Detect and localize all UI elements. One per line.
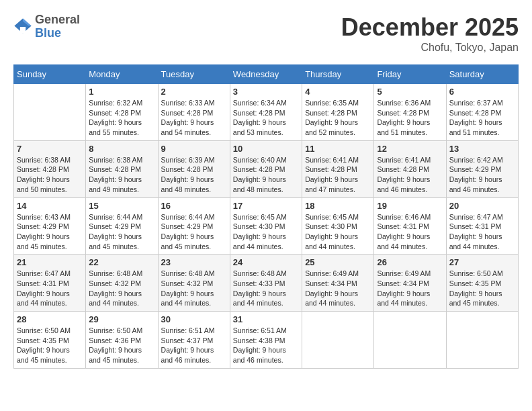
logo: General Blue	[13, 13, 80, 40]
calendar-header-row: SundayMondayTuesdayWednesdayThursdayFrid…	[14, 65, 519, 84]
title-block: December 2025 Chofu, Tokyo, Japan	[341, 13, 519, 54]
calendar-day-cell: 18Sunrise: 6:45 AM Sunset: 4:30 PM Dayli…	[302, 197, 374, 255]
day-info: Sunrise: 6:34 AM Sunset: 4:28 PM Dayligh…	[233, 98, 299, 138]
weekday-header: Saturday	[446, 65, 518, 84]
day-info: Sunrise: 6:41 AM Sunset: 4:28 PM Dayligh…	[305, 155, 371, 195]
calendar-day-cell: 11Sunrise: 6:41 AM Sunset: 4:28 PM Dayli…	[302, 140, 374, 197]
day-number: 19	[377, 201, 443, 211]
calendar-day-cell: 10Sunrise: 6:40 AM Sunset: 4:28 PM Dayli…	[230, 140, 302, 197]
calendar-day-cell: 27Sunrise: 6:50 AM Sunset: 4:35 PM Dayli…	[446, 255, 518, 312]
calendar-day-cell: 14Sunrise: 6:43 AM Sunset: 4:29 PM Dayli…	[14, 197, 86, 255]
logo-general: General	[35, 13, 80, 27]
calendar-day-cell: 22Sunrise: 6:48 AM Sunset: 4:32 PM Dayli…	[86, 255, 158, 312]
calendar-day-cell: 17Sunrise: 6:45 AM Sunset: 4:30 PM Dayli…	[230, 197, 302, 255]
day-number: 9	[161, 144, 227, 154]
day-info: Sunrise: 6:51 AM Sunset: 4:37 PM Dayligh…	[161, 326, 227, 365]
day-info: Sunrise: 6:49 AM Sunset: 4:34 PM Dayligh…	[305, 269, 371, 308]
day-info: Sunrise: 6:37 AM Sunset: 4:28 PM Dayligh…	[449, 98, 515, 138]
day-number: 10	[233, 144, 299, 154]
day-number: 30	[161, 314, 227, 324]
day-number: 20	[449, 201, 515, 211]
day-info: Sunrise: 6:45 AM Sunset: 4:30 PM Dayligh…	[233, 212, 299, 252]
day-number: 13	[449, 144, 515, 154]
calendar-day-cell: 25Sunrise: 6:49 AM Sunset: 4:34 PM Dayli…	[302, 255, 374, 312]
calendar-day-cell: 21Sunrise: 6:47 AM Sunset: 4:31 PM Dayli…	[14, 255, 86, 312]
calendar-day-cell: 23Sunrise: 6:48 AM Sunset: 4:32 PM Dayli…	[158, 255, 230, 312]
calendar-day-cell: 24Sunrise: 6:48 AM Sunset: 4:33 PM Dayli…	[230, 255, 302, 312]
weekday-header: Monday	[86, 65, 158, 84]
day-info: Sunrise: 6:38 AM Sunset: 4:28 PM Dayligh…	[17, 155, 83, 195]
calendar-day-cell: 4Sunrise: 6:35 AM Sunset: 4:28 PM Daylig…	[302, 84, 374, 141]
day-info: Sunrise: 6:48 AM Sunset: 4:32 PM Dayligh…	[89, 269, 154, 308]
calendar-day-cell: 12Sunrise: 6:41 AM Sunset: 4:28 PM Dayli…	[374, 140, 446, 197]
day-number: 29	[89, 314, 154, 324]
day-number: 7	[17, 144, 83, 154]
weekday-header: Tuesday	[158, 65, 230, 84]
day-number: 8	[89, 144, 154, 154]
calendar-day-cell: 5Sunrise: 6:36 AM Sunset: 4:28 PM Daylig…	[374, 84, 446, 141]
day-number: 16	[161, 201, 227, 211]
day-info: Sunrise: 6:39 AM Sunset: 4:28 PM Dayligh…	[161, 155, 227, 195]
calendar-day-cell: 6Sunrise: 6:37 AM Sunset: 4:28 PM Daylig…	[446, 84, 518, 141]
day-info: Sunrise: 6:36 AM Sunset: 4:28 PM Dayligh…	[377, 98, 443, 138]
day-number: 31	[233, 314, 299, 324]
day-number: 28	[17, 314, 83, 324]
day-info: Sunrise: 6:44 AM Sunset: 4:29 PM Dayligh…	[161, 212, 227, 252]
day-number: 22	[89, 257, 154, 267]
calendar-day-cell: 13Sunrise: 6:42 AM Sunset: 4:29 PM Dayli…	[446, 140, 518, 197]
day-number: 4	[305, 87, 371, 97]
calendar-week-row: 7Sunrise: 6:38 AM Sunset: 4:28 PM Daylig…	[14, 140, 519, 197]
page-header: General Blue December 2025 Chofu, Tokyo,…	[13, 13, 519, 54]
logo-icon	[13, 17, 32, 36]
calendar-day-cell: 8Sunrise: 6:38 AM Sunset: 4:28 PM Daylig…	[86, 140, 158, 197]
day-info: Sunrise: 6:48 AM Sunset: 4:33 PM Dayligh…	[233, 269, 299, 308]
calendar-week-row: 28Sunrise: 6:50 AM Sunset: 4:35 PM Dayli…	[14, 312, 519, 369]
day-info: Sunrise: 6:33 AM Sunset: 4:28 PM Dayligh…	[161, 98, 227, 138]
calendar-week-row: 21Sunrise: 6:47 AM Sunset: 4:31 PM Dayli…	[14, 255, 519, 312]
calendar-week-row: 1Sunrise: 6:32 AM Sunset: 4:28 PM Daylig…	[14, 84, 519, 141]
calendar-day-cell: 1Sunrise: 6:32 AM Sunset: 4:28 PM Daylig…	[86, 84, 158, 141]
day-number: 21	[17, 257, 83, 267]
month-title: December 2025	[341, 13, 519, 42]
day-number: 6	[449, 87, 515, 97]
weekday-header: Friday	[374, 65, 446, 84]
day-info: Sunrise: 6:42 AM Sunset: 4:29 PM Dayligh…	[449, 155, 515, 195]
day-info: Sunrise: 6:50 AM Sunset: 4:35 PM Dayligh…	[449, 269, 515, 308]
day-info: Sunrise: 6:46 AM Sunset: 4:31 PM Dayligh…	[377, 212, 443, 252]
svg-rect-2	[20, 27, 26, 34]
day-info: Sunrise: 6:49 AM Sunset: 4:34 PM Dayligh…	[377, 269, 443, 308]
calendar-day-cell: 20Sunrise: 6:47 AM Sunset: 4:31 PM Dayli…	[446, 197, 518, 255]
calendar-day-cell: 30Sunrise: 6:51 AM Sunset: 4:37 PM Dayli…	[158, 312, 230, 369]
calendar-day-cell: 16Sunrise: 6:44 AM Sunset: 4:29 PM Dayli…	[158, 197, 230, 255]
day-info: Sunrise: 6:44 AM Sunset: 4:29 PM Dayligh…	[89, 212, 154, 252]
logo-blue: Blue	[35, 27, 80, 40]
weekday-header: Sunday	[14, 65, 86, 84]
day-info: Sunrise: 6:47 AM Sunset: 4:31 PM Dayligh…	[449, 212, 515, 252]
calendar-day-cell: 15Sunrise: 6:44 AM Sunset: 4:29 PM Dayli…	[86, 197, 158, 255]
day-info: Sunrise: 6:38 AM Sunset: 4:28 PM Dayligh…	[89, 155, 154, 195]
day-info: Sunrise: 6:50 AM Sunset: 4:35 PM Dayligh…	[17, 326, 83, 365]
day-info: Sunrise: 6:43 AM Sunset: 4:29 PM Dayligh…	[17, 212, 83, 252]
day-info: Sunrise: 6:50 AM Sunset: 4:36 PM Dayligh…	[89, 326, 154, 365]
logo-text: General Blue	[35, 13, 80, 40]
calendar-day-cell: 29Sunrise: 6:50 AM Sunset: 4:36 PM Dayli…	[86, 312, 158, 369]
day-number: 17	[233, 201, 299, 211]
calendar-day-cell	[14, 84, 86, 141]
calendar-day-cell: 26Sunrise: 6:49 AM Sunset: 4:34 PM Dayli…	[374, 255, 446, 312]
calendar-day-cell: 28Sunrise: 6:50 AM Sunset: 4:35 PM Dayli…	[14, 312, 86, 369]
day-number: 25	[305, 257, 371, 267]
day-number: 1	[89, 87, 154, 97]
calendar-day-cell: 7Sunrise: 6:38 AM Sunset: 4:28 PM Daylig…	[14, 140, 86, 197]
day-number: 15	[89, 201, 154, 211]
day-number: 26	[377, 257, 443, 267]
day-info: Sunrise: 6:47 AM Sunset: 4:31 PM Dayligh…	[17, 269, 83, 308]
day-info: Sunrise: 6:35 AM Sunset: 4:28 PM Dayligh…	[305, 98, 371, 138]
calendar-day-cell: 2Sunrise: 6:33 AM Sunset: 4:28 PM Daylig…	[158, 84, 230, 141]
day-number: 18	[305, 201, 371, 211]
location: Chofu, Tokyo, Japan	[341, 42, 519, 54]
day-info: Sunrise: 6:51 AM Sunset: 4:38 PM Dayligh…	[233, 326, 299, 365]
day-number: 12	[377, 144, 443, 154]
calendar-day-cell: 19Sunrise: 6:46 AM Sunset: 4:31 PM Dayli…	[374, 197, 446, 255]
day-number: 24	[233, 257, 299, 267]
day-number: 5	[377, 87, 443, 97]
